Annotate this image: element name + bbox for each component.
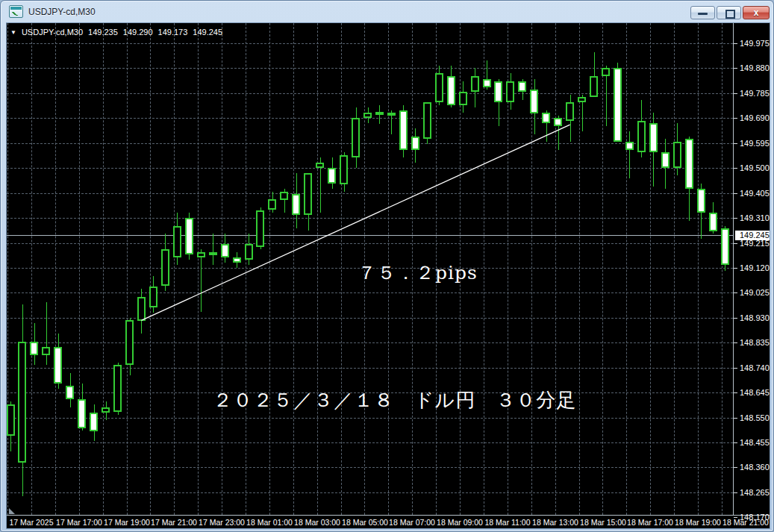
time-tick-label: 18 Mar 21:00 <box>722 518 769 527</box>
price-tick-label: 148.455 <box>740 438 770 447</box>
title-bar[interactable]: USDJPY-cd,M30 x <box>1 1 773 22</box>
time-axis-separator <box>7 515 770 516</box>
time-tick-label: 17 Mar 19:00 <box>104 518 150 527</box>
price-tick-label: 148.360 <box>740 463 770 472</box>
minimize-button[interactable] <box>690 6 715 19</box>
price-tick-label: 149.595 <box>740 139 770 148</box>
price-tick-label: 148.740 <box>740 363 770 372</box>
price-tick <box>734 193 737 194</box>
low-value: 149.173 <box>158 28 188 37</box>
close-icon: x <box>743 7 769 19</box>
price-tick <box>734 43 737 44</box>
application-window: USDJPY-cd,M30 x ▼ USDJPY-cd,M30 149.235 <box>0 0 774 532</box>
date-annotation[interactable]: ２０２５／３／１８ ドル円 ３０分足 <box>213 387 576 413</box>
pips-annotation[interactable]: ７５．２pips <box>358 260 478 285</box>
time-tick-label: 18 Mar 09:00 <box>437 518 483 527</box>
time-tick-label: 18 Mar 17:00 <box>627 518 673 527</box>
minimize-icon <box>698 13 708 15</box>
close-button[interactable]: x <box>743 6 770 19</box>
price-tick <box>734 392 737 393</box>
symbol-label: USDJPY-cd,M30 <box>22 28 83 37</box>
chart-canvas: ▼ USDJPY-cd,M30 149.235 149.290 149.173 … <box>6 22 770 529</box>
chart-window-icon <box>9 5 23 18</box>
price-tick <box>734 418 737 419</box>
price-tick-label: 149.120 <box>740 263 770 272</box>
time-tick-label: 18 Mar 13:00 <box>532 518 578 527</box>
window-title: USDJPY-cd,M30 <box>28 7 96 17</box>
price-tick-label: 149.690 <box>740 113 770 122</box>
price-tick-label: 149.785 <box>740 89 770 98</box>
price-tick-label: 149.025 <box>740 288 770 297</box>
trend-line[interactable] <box>141 125 569 320</box>
price-tick <box>734 342 737 343</box>
price-tick <box>734 68 737 69</box>
time-tick-label: 18 Mar 15:00 <box>580 518 626 527</box>
price-axis-separator <box>733 23 734 515</box>
time-tick-label: 18 Mar 03:00 <box>294 518 340 527</box>
price-tick-label: 149.405 <box>740 189 770 198</box>
symbol-marker-triangle-icon: ▼ <box>10 28 16 37</box>
price-tick-label: 148.835 <box>740 338 770 347</box>
price-tick-label: 148.645 <box>740 388 770 397</box>
price-tick-label: 149.880 <box>740 63 770 72</box>
price-tick <box>734 492 737 493</box>
restore-button[interactable] <box>717 6 741 19</box>
price-tick <box>734 168 737 169</box>
price-tick <box>734 292 737 293</box>
restore-window-icon <box>725 10 735 19</box>
price-tick <box>734 118 737 119</box>
price-tick-label: 149.310 <box>740 213 770 222</box>
window-controls: x <box>690 6 770 19</box>
time-tick-label: 17 Mar 17:00 <box>56 518 102 527</box>
price-tick <box>734 368 737 369</box>
time-tick-label: 18 Mar 19:00 <box>675 518 721 527</box>
price-tick <box>734 243 737 244</box>
price-tick <box>734 268 737 269</box>
time-tick-label: 17 Mar 21:00 <box>151 518 197 527</box>
price-tick-label: 148.930 <box>740 313 770 322</box>
time-tick-label: 18 Mar 07:00 <box>389 518 435 527</box>
time-tick-label: 18 Mar 01:00 <box>246 518 293 527</box>
price-tick <box>734 318 737 319</box>
time-tick-label: 17 Mar 23:00 <box>199 518 245 527</box>
price-tick <box>734 93 737 94</box>
price-tick <box>734 467 737 468</box>
current-price-label: 149.245 <box>735 231 770 240</box>
time-tick-label: 18 Mar 11:00 <box>484 518 530 527</box>
price-tick-label: 148.550 <box>740 413 770 422</box>
high-value: 149.290 <box>123 28 153 37</box>
price-tick-label: 148.265 <box>740 488 770 497</box>
time-tick-label: 18 Mar 05:00 <box>342 518 388 527</box>
close-value: 149.245 <box>193 28 222 37</box>
time-tick-label: 17 Mar 2025 <box>10 518 54 527</box>
price-tick-label: 149.500 <box>740 163 770 172</box>
price-tick-label: 149.975 <box>740 39 770 48</box>
price-tick <box>734 143 737 144</box>
open-value: 149.235 <box>88 28 118 37</box>
ohlc-header: ▼ USDJPY-cd,M30 149.235 149.290 149.173 … <box>10 28 222 37</box>
price-tick <box>734 218 737 219</box>
price-tick <box>734 442 737 443</box>
